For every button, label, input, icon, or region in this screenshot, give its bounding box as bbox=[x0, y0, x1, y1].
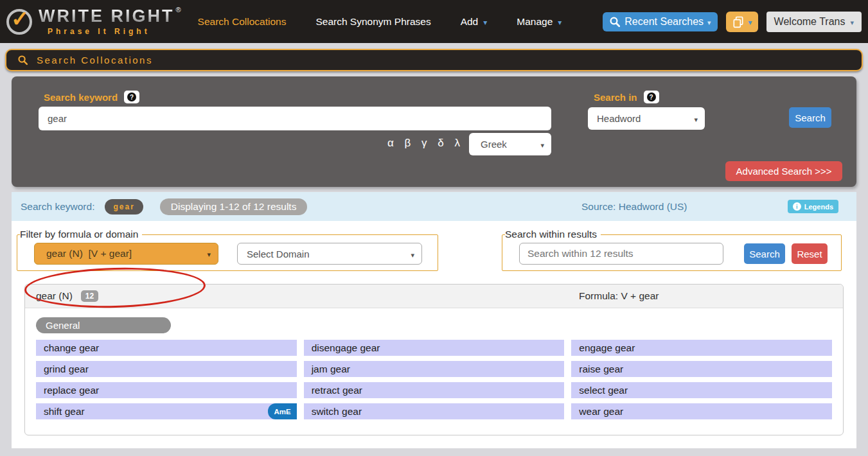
formula-select[interactable]: gear (N) [V + gear] bbox=[34, 243, 218, 265]
advanced-search-button[interactable]: Advanced Search >>> bbox=[725, 161, 842, 181]
search-within-fieldset: Search within results Search Reset bbox=[502, 229, 842, 271]
collocation-text: select gear bbox=[579, 385, 628, 396]
collocation-text: switch gear bbox=[312, 406, 362, 417]
chevron-down-icon bbox=[207, 248, 211, 259]
domain-select[interactable]: Select Domain bbox=[237, 243, 422, 265]
chevron-down-icon bbox=[540, 139, 544, 150]
page-title-bar: Search Collocations bbox=[5, 49, 863, 71]
collocation-text: retract gear bbox=[312, 385, 362, 396]
nav-search-collocations[interactable]: Search Collocations bbox=[198, 16, 287, 28]
displaying-results-badge: Displaying 1-12 of 12 results bbox=[160, 198, 308, 215]
collocation-item[interactable]: change gear bbox=[36, 340, 297, 356]
search-in-label: Search in bbox=[594, 92, 637, 103]
results-card-header: gear (N) 12 Formula: V + gear bbox=[25, 285, 843, 308]
collocation-item[interactable]: switch gear bbox=[304, 403, 565, 419]
source-label: Source: Headword (US) bbox=[581, 201, 687, 213]
chevron-down-icon bbox=[411, 249, 414, 259]
info-icon: i bbox=[793, 202, 801, 211]
search-within-legend: Search within results bbox=[505, 229, 601, 240]
clipboard-menu-button[interactable] bbox=[726, 12, 758, 32]
keyword-badge: gear bbox=[105, 199, 143, 215]
search-button[interactable]: Search bbox=[789, 107, 831, 128]
collocation-item[interactable]: engage gear bbox=[571, 340, 832, 356]
search-icon bbox=[609, 16, 621, 28]
results-keyword-label: Search keyword: bbox=[21, 201, 94, 213]
question-icon: ? bbox=[127, 92, 136, 101]
chevron-down-icon bbox=[748, 16, 752, 28]
collocation-text: grind gear bbox=[44, 364, 89, 375]
search-within-input[interactable] bbox=[519, 243, 723, 265]
search-keyword-label: Search keyword bbox=[44, 92, 118, 103]
ame-badge: AmE bbox=[268, 403, 296, 419]
chevron-down-icon bbox=[558, 16, 562, 28]
keyword-help-button[interactable]: ? bbox=[124, 91, 139, 103]
formula-label: Formula: V + gear bbox=[579, 290, 659, 302]
main-nav: Search Collocations Search Synonym Phras… bbox=[198, 16, 562, 28]
collocation-item[interactable]: replace gear bbox=[36, 382, 297, 398]
registered-mark: ® bbox=[175, 6, 181, 13]
collocation-text: change gear bbox=[44, 342, 99, 354]
collocation-text: wear gear bbox=[579, 406, 623, 417]
results-info-bar: Search keyword: gear Displaying 1-12 of … bbox=[12, 192, 856, 221]
category-badge: General bbox=[36, 317, 171, 333]
filter-formula-fieldset: Filter by formula or domain gear (N) [V … bbox=[17, 229, 438, 271]
collocation-item[interactable]: select gear bbox=[571, 382, 832, 398]
search-panel: Search keyword ? α β γ δ λ μ π σ ω Greek… bbox=[12, 76, 856, 187]
collocation-item[interactable]: grind gear bbox=[36, 361, 297, 377]
user-menu-button[interactable]: Welcome Trans bbox=[766, 12, 862, 32]
collocation-grid: change geardisengage gearengage geargrin… bbox=[36, 340, 832, 419]
search-icon bbox=[17, 55, 28, 66]
result-count-badge: 12 bbox=[81, 290, 98, 302]
chevron-down-icon bbox=[483, 16, 487, 28]
brand-name: WRITE RIGHT bbox=[39, 8, 174, 25]
collocation-text: shift gear bbox=[44, 406, 85, 417]
collocation-item[interactable]: shift gearAmE bbox=[36, 403, 297, 419]
collocation-item[interactable]: jam gear bbox=[304, 361, 565, 377]
search-in-help-button[interactable]: ? bbox=[644, 91, 659, 103]
collocation-item[interactable]: retract gear bbox=[304, 382, 565, 398]
filter-formula-legend: Filter by formula or domain bbox=[20, 229, 142, 240]
collocation-text: jam gear bbox=[312, 364, 350, 375]
collocation-text: disengage gear bbox=[312, 342, 380, 354]
results-container: Search keyword: gear Displaying 1-12 of … bbox=[12, 192, 856, 448]
nav-add-menu[interactable]: Add bbox=[461, 16, 488, 28]
chevron-down-icon bbox=[707, 16, 711, 28]
page: WRITE RIGHT ® Phrase It Right Search Col… bbox=[0, 0, 868, 456]
search-in-select[interactable]: Headword bbox=[588, 107, 705, 130]
top-header: WRITE RIGHT ® Phrase It Right Search Col… bbox=[0, 0, 868, 43]
nav-manage-menu[interactable]: Manage bbox=[517, 16, 562, 28]
chevron-down-icon bbox=[694, 113, 698, 124]
collocation-text: engage gear bbox=[579, 342, 635, 354]
collocation-text: replace gear bbox=[44, 385, 99, 396]
collocation-item[interactable]: raise gear bbox=[571, 361, 832, 377]
collocation-item[interactable]: disengage gear bbox=[304, 340, 565, 356]
page-title: Search Collocations bbox=[37, 55, 153, 66]
greek-alphabet-select[interactable]: Greek bbox=[469, 133, 551, 155]
filter-row: Filter by formula or domain gear (N) [V … bbox=[12, 221, 856, 284]
copy-icon bbox=[732, 15, 745, 29]
brand-tagline: Phrase It Right bbox=[48, 28, 181, 35]
results-card: gear (N) 12 Formula: V + gear General ch… bbox=[24, 284, 844, 435]
nav-search-synonym-phrases[interactable]: Search Synonym Phrases bbox=[315, 16, 430, 28]
collocation-item[interactable]: wear gear bbox=[571, 403, 832, 419]
headword-label: gear (N) bbox=[36, 290, 73, 302]
checkmark-logo-icon bbox=[6, 9, 32, 35]
search-within-button[interactable]: Search bbox=[744, 243, 785, 264]
search-keyword-input[interactable] bbox=[39, 107, 551, 130]
chevron-down-icon bbox=[850, 16, 854, 28]
reset-button[interactable]: Reset bbox=[792, 243, 828, 264]
question-icon: ? bbox=[647, 92, 656, 101]
logo[interactable]: WRITE RIGHT ® Phrase It Right bbox=[6, 8, 181, 35]
collocation-text: raise gear bbox=[579, 364, 623, 375]
legends-button[interactable]: iLegends bbox=[788, 200, 838, 213]
recent-searches-button[interactable]: Recent Searches bbox=[603, 12, 717, 31]
